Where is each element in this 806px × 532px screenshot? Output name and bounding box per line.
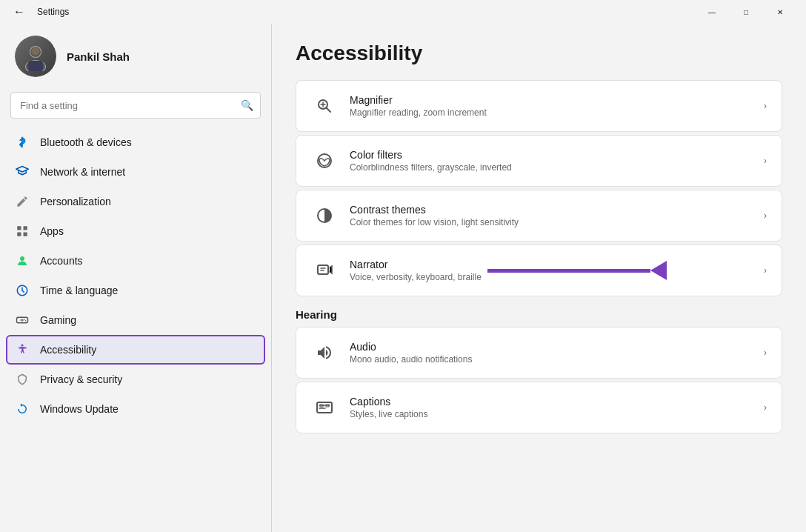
captions-title: Captions xyxy=(350,396,755,408)
sidebar-item-label-network: Network & internet xyxy=(40,166,125,178)
color-filters-row[interactable]: Color filters Colorblindness filters, gr… xyxy=(296,136,782,186)
audio-row[interactable]: Audio Mono audio, audio notifications › xyxy=(296,327,782,378)
accounts-icon xyxy=(15,253,30,268)
titlebar-left: ← Settings xyxy=(9,4,69,20)
window: ← Settings — □ ✕ xyxy=(0,0,806,532)
svg-rect-6 xyxy=(17,226,21,230)
svg-point-15 xyxy=(21,345,24,347)
audio-icon xyxy=(311,339,338,366)
svg-rect-7 xyxy=(24,226,27,230)
captions-chevron: › xyxy=(764,402,767,413)
privacy-icon xyxy=(15,372,30,387)
gaming-icon xyxy=(15,313,30,327)
window-title: Settings xyxy=(37,7,69,17)
captions-text: Captions Styles, live captions xyxy=(350,396,755,419)
contrast-themes-chevron: › xyxy=(764,210,767,221)
audio-subtitle: Mono audio, audio notifications xyxy=(350,354,755,365)
sidebar-item-bluetooth[interactable]: Bluetooth & devices xyxy=(6,127,265,157)
sidebar-item-accounts[interactable]: Accounts xyxy=(6,246,265,276)
sidebar-item-label-gaming: Gaming xyxy=(40,314,76,326)
titlebar: ← Settings — □ ✕ xyxy=(0,0,806,24)
svg-point-4 xyxy=(32,47,40,56)
narrator-subtitle: Voice, verbosity, keyboard, braille xyxy=(350,272,755,282)
magnifier-text: Magnifier Magnifier reading, zoom increm… xyxy=(350,94,755,118)
network-icon xyxy=(15,164,30,179)
magnifier-icon xyxy=(311,93,338,119)
sidebar: Pankil Shah 🔍 Bluetooth & devices xyxy=(0,24,271,532)
avatar-svg xyxy=(21,41,50,71)
captions-card: Captions Styles, live captions › xyxy=(296,382,782,433)
color-filters-card: Color filters Colorblindness filters, gr… xyxy=(296,135,782,187)
sidebar-item-privacy[interactable]: Privacy & security xyxy=(6,365,265,394)
sidebar-item-time[interactable]: Time & language xyxy=(6,276,265,305)
sidebar-item-label-time: Time & language xyxy=(40,285,118,296)
narrator-card: Narrator Voice, verbosity, keyboard, bra… xyxy=(296,245,782,296)
color-filters-icon xyxy=(311,147,338,174)
hearing-section-label: Hearing xyxy=(296,308,782,321)
avatar xyxy=(15,36,56,77)
sidebar-item-label-windows-update: Windows Update xyxy=(40,403,119,415)
user-section: Pankil Shah xyxy=(0,24,271,92)
captions-subtitle: Styles, live captions xyxy=(350,409,755,419)
personalization-icon xyxy=(15,194,30,209)
svg-rect-5 xyxy=(28,61,43,71)
sidebar-item-windows-update[interactable]: Windows Update xyxy=(6,394,265,424)
search-input[interactable] xyxy=(10,92,261,119)
narrator-icon xyxy=(311,257,338,284)
sidebar-item-gaming[interactable]: Gaming xyxy=(6,305,265,335)
main-content: Accessibility Magnifier Magnifier readin… xyxy=(272,24,806,532)
magnifier-card: Magnifier Magnifier reading, zoom increm… xyxy=(296,80,782,132)
svg-point-14 xyxy=(25,320,27,322)
magnifier-row[interactable]: Magnifier Magnifier reading, zoom increm… xyxy=(296,81,782,131)
narrator-text: Narrator Voice, verbosity, keyboard, bra… xyxy=(350,259,755,282)
svg-rect-9 xyxy=(24,233,27,236)
audio-chevron: › xyxy=(764,348,767,358)
audio-title: Audio xyxy=(350,341,755,353)
minimize-button[interactable]: — xyxy=(695,0,729,24)
search-icon: 🔍 xyxy=(241,99,253,111)
contrast-themes-subtitle: Color themes for low vision, light sensi… xyxy=(350,217,755,227)
user-name: Pankil Shah xyxy=(67,50,130,63)
sidebar-item-personalization[interactable]: Personalization xyxy=(6,187,265,216)
nav-list: Bluetooth & devices Network & internet P… xyxy=(0,124,271,427)
color-filters-subtitle: Colorblindness filters, grayscale, inver… xyxy=(350,162,755,173)
content-area: Pankil Shah 🔍 Bluetooth & devices xyxy=(0,24,806,532)
audio-card: Audio Mono audio, audio notifications › xyxy=(296,327,782,379)
sidebar-item-accessibility[interactable]: Accessibility xyxy=(6,335,265,365)
contrast-themes-title: Contrast themes xyxy=(350,204,755,216)
sidebar-item-label-apps: Apps xyxy=(40,225,64,237)
apps-icon xyxy=(15,224,30,239)
sidebar-item-network[interactable]: Network & internet xyxy=(6,157,265,187)
captions-icon xyxy=(311,394,338,421)
close-button[interactable]: ✕ xyxy=(763,0,797,24)
svg-point-10 xyxy=(20,256,24,261)
bluetooth-icon xyxy=(15,135,30,150)
narrator-title: Narrator xyxy=(350,259,755,270)
captions-row[interactable]: Captions Styles, live captions › xyxy=(296,382,782,433)
audio-text: Audio Mono audio, audio notifications xyxy=(350,341,755,365)
magnifier-chevron: › xyxy=(764,101,767,111)
back-button[interactable]: ← xyxy=(9,4,30,20)
maximize-button[interactable]: □ xyxy=(729,0,763,24)
sidebar-item-label-bluetooth: Bluetooth & devices xyxy=(40,136,132,148)
contrast-themes-text: Contrast themes Color themes for low vis… xyxy=(350,204,755,227)
sidebar-item-label-accessibility: Accessibility xyxy=(40,344,96,356)
svg-rect-19 xyxy=(318,265,328,274)
svg-rect-20 xyxy=(317,402,332,413)
svg-rect-8 xyxy=(17,233,21,236)
search-box: 🔍 xyxy=(10,92,261,119)
update-icon xyxy=(15,402,30,416)
sidebar-item-label-accounts: Accounts xyxy=(40,255,83,267)
titlebar-controls: — □ ✕ xyxy=(695,0,797,24)
avatar-image xyxy=(15,36,56,77)
contrast-themes-row[interactable]: Contrast themes Color themes for low vis… xyxy=(296,190,782,241)
sidebar-item-apps[interactable]: Apps xyxy=(6,216,265,246)
color-filters-text: Color filters Colorblindness filters, gr… xyxy=(350,149,755,173)
contrast-themes-card: Contrast themes Color themes for low vis… xyxy=(296,190,782,242)
svg-point-13 xyxy=(24,319,25,321)
sidebar-item-label-privacy: Privacy & security xyxy=(40,373,122,385)
narrator-row[interactable]: Narrator Voice, verbosity, keyboard, bra… xyxy=(296,245,782,296)
contrast-themes-icon xyxy=(311,202,338,229)
color-filters-title: Color filters xyxy=(350,149,755,161)
narrator-chevron: › xyxy=(764,265,767,276)
